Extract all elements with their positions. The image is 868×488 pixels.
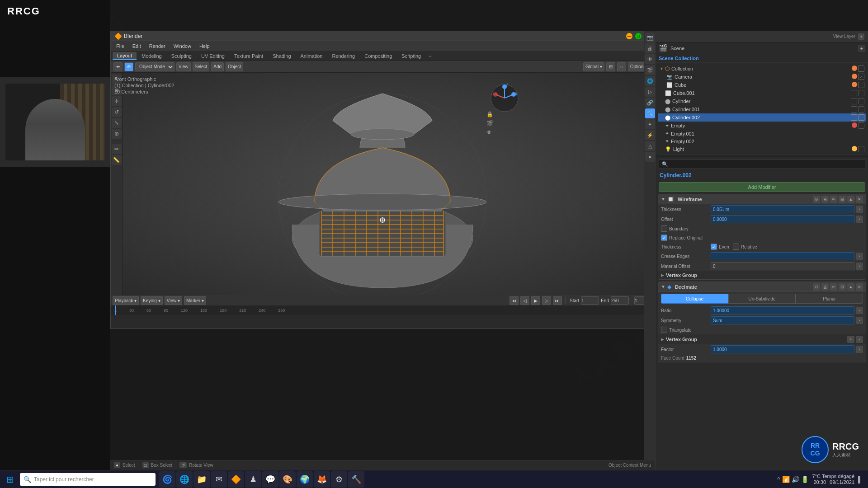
start-frame-input[interactable]: [581, 296, 599, 305]
wireframe-edit-btn[interactable]: ✏: [830, 196, 837, 203]
props-icon-modifier[interactable]: 🔧: [645, 108, 655, 118]
collection-item-cylinder[interactable]: ⬤ Cylinder: [658, 97, 866, 105]
menu-render[interactable]: Render: [146, 42, 169, 50]
relative-checkbox[interactable]: [733, 244, 739, 250]
collection-item-empty001[interactable]: ✦ Empty.001: [658, 130, 866, 137]
menu-window[interactable]: Window: [170, 42, 195, 50]
tab-add[interactable]: +: [426, 52, 434, 60]
taskbar-search-box[interactable]: 🔍 Taper ici pour rechercher: [20, 473, 156, 486]
decimate-frame-btn[interactable]: ⊞: [839, 283, 846, 291]
collection-item-cube[interactable]: ⬜ Cube: [658, 81, 866, 89]
taskbar-app-extra[interactable]: 🔨: [348, 471, 364, 488]
side-move-icon[interactable]: ✛: [112, 96, 122, 106]
taskbar-app-firefox[interactable]: 🦊: [314, 471, 330, 488]
taskbar-app-edge[interactable]: 🌐: [176, 471, 193, 488]
vertex-group-section[interactable]: ▶ Vertex Group: [658, 271, 866, 279]
unsubdivide-btn[interactable]: Un-Subdivide: [728, 294, 796, 304]
props-icon-data[interactable]: △: [645, 141, 655, 151]
mode-select[interactable]: Object Mode: [135, 62, 175, 71]
menu-edit[interactable]: Edit: [129, 42, 145, 50]
toolbar-add-btn[interactable]: Add: [211, 62, 224, 71]
timeline-track[interactable]: 1 30 60 90 120 150 180 210 240 250: [111, 305, 654, 315]
toolbar-object-btn[interactable]: Object: [226, 62, 243, 71]
planar-btn[interactable]: Planar: [796, 294, 863, 304]
vertex-group-add-btn[interactable]: +: [847, 336, 854, 343]
jump-end-btn[interactable]: ⏭: [553, 296, 562, 305]
collection-item-cube001[interactable]: ⬜ Cube.001: [658, 89, 866, 97]
factor-value[interactable]: 1.0000: [711, 345, 854, 353]
tab-uv-editing[interactable]: UV Editing: [197, 52, 229, 60]
side-transform-icon[interactable]: ⊕: [112, 129, 122, 139]
collection-item-cylinder001[interactable]: ⬤ Cylinder.001: [658, 105, 866, 113]
collection-root[interactable]: ▼ ⬡ Collection: [658, 65, 866, 73]
props-search[interactable]: 🔍: [659, 159, 865, 169]
battery-icon[interactable]: 🔋: [801, 476, 809, 483]
crease-edges-arrow[interactable]: ›: [856, 253, 863, 260]
tab-modeling[interactable]: Modeling: [137, 52, 166, 60]
toolbar-select-btn[interactable]: Select: [193, 62, 210, 71]
triangulate-checkbox[interactable]: [661, 327, 667, 333]
taskbar-app-settings[interactable]: ⚙: [331, 471, 347, 488]
viewport-area[interactable]: ↖ ⊕ ✛ ↺ ⤡ ⊕ ✏ 📏 Front Orthographic (1) C…: [111, 73, 654, 295]
marker-menu[interactable]: Marker ▾: [184, 296, 206, 305]
props-icon-object[interactable]: ▷: [645, 87, 655, 97]
props-icon-constraints[interactable]: 🔗: [645, 98, 655, 108]
toolbar-transform-global[interactable]: Global ▾: [583, 62, 604, 71]
toolbar-transform-btn2[interactable]: ↔: [617, 62, 626, 71]
taskbar-app-discord[interactable]: 💬: [262, 471, 278, 488]
decimate-up-btn[interactable]: ▲: [847, 283, 854, 291]
crease-edges-value[interactable]: [711, 252, 854, 260]
tab-compositing[interactable]: Compositing: [360, 52, 396, 60]
wireframe-render-btn[interactable]: 🖨: [821, 196, 829, 203]
collection-item-empty002[interactable]: ✦ Empty.002: [658, 137, 866, 145]
collapse-btn[interactable]: Collapse: [661, 294, 728, 304]
wireframe-delete-btn[interactable]: ✕: [856, 196, 863, 203]
new-scene-btn[interactable]: +: [858, 45, 865, 52]
next-frame-btn[interactable]: ▷: [542, 296, 551, 305]
tab-sculpting[interactable]: Sculpting: [167, 52, 196, 60]
col-exclude-box[interactable]: [858, 66, 864, 72]
props-icon-output[interactable]: 🖨: [645, 43, 655, 53]
menu-help[interactable]: Help: [196, 42, 213, 50]
decimate-delete-btn[interactable]: ✕: [856, 283, 863, 291]
props-icon-view[interactable]: 👁: [645, 54, 655, 64]
tab-scripting[interactable]: Scripting: [397, 52, 425, 60]
minimize-button[interactable]: —: [626, 33, 632, 39]
show-hidden-btn[interactable]: ^: [777, 476, 780, 483]
prev-frame-btn[interactable]: ◁: [520, 296, 529, 305]
volume-icon[interactable]: 🔊: [792, 476, 799, 483]
collection-item-cylinder002[interactable]: ⬤ Cylinder.002: [658, 113, 866, 122]
maximize-button[interactable]: □: [635, 33, 642, 39]
taskbar-app-cortana[interactable]: 🌀: [159, 471, 175, 488]
material-offset-arrow[interactable]: ›: [856, 263, 863, 270]
toolbar-icon-btn[interactable]: ⬅: [113, 62, 123, 71]
start-button[interactable]: ⊞: [2, 471, 18, 488]
side-annotate-icon[interactable]: ✏: [112, 144, 122, 154]
side-rotate-icon[interactable]: ↺: [112, 107, 122, 117]
wireframe-frame-btn[interactable]: ⊞: [839, 196, 846, 203]
factor-arrow[interactable]: ›: [856, 346, 863, 353]
material-offset-value[interactable]: 0: [711, 262, 854, 270]
replace-original-checkbox[interactable]: ✓: [661, 235, 667, 241]
props-icon-physics[interactable]: ⚡: [645, 130, 655, 140]
view-layer-icon[interactable]: +: [858, 33, 864, 40]
taskbar-app-explorer[interactable]: 📁: [193, 471, 210, 488]
ratio-value[interactable]: 1.00000: [711, 306, 854, 314]
keying-menu[interactable]: Keying ▾: [141, 296, 162, 305]
vertex-group-remove-btn[interactable]: -: [856, 336, 863, 343]
taskbar-app-photoshop[interactable]: 🎨: [279, 471, 296, 488]
network-icon[interactable]: 📶: [782, 476, 790, 483]
boundary-checkbox[interactable]: [661, 225, 667, 232]
decimate-vertex-group-section[interactable]: ▶ Vertex Group + -: [658, 334, 866, 344]
ratio-arrow[interactable]: ›: [856, 307, 863, 314]
wireframe-up-btn[interactable]: ▲: [847, 196, 854, 203]
decimate-edit-btn[interactable]: ✏: [830, 283, 837, 291]
props-icon-particles[interactable]: ✦: [645, 119, 655, 129]
side-scale-icon[interactable]: ⤡: [112, 118, 122, 128]
tab-shading[interactable]: Shading: [268, 52, 295, 60]
tab-texture-paint[interactable]: Texture Paint: [230, 52, 268, 60]
thickness-arrow[interactable]: ›: [856, 206, 863, 213]
toolbar-transform-btn1[interactable]: ⊞: [606, 62, 615, 71]
thickness-value[interactable]: 0.051 m: [711, 205, 854, 213]
taskbar-app-chrome[interactable]: 🌍: [297, 471, 313, 488]
